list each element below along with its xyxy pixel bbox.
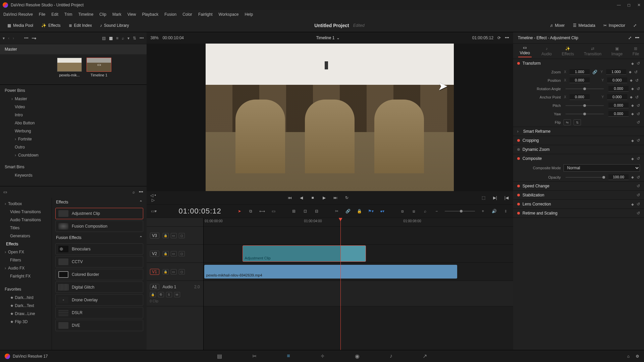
bin-outro[interactable]: Outro [0,143,147,151]
menu-help[interactable]: Help [245,12,253,17]
reset-icon[interactable]: ↺ [635,95,639,100]
fav-2[interactable]: ★ Dark...Text [0,302,52,310]
view-metadata-icon[interactable]: ▤ [102,36,106,41]
keyframe-icon[interactable]: ◆ [631,104,634,107]
view-list-icon[interactable]: ≡ [116,36,118,41]
thumb-timeline[interactable]: ▭ Timeline 1 [87,58,111,82]
nav-back-icon[interactable]: ‹ [8,36,9,41]
anchor-x-input[interactable] [570,94,590,100]
nav-fwd-icon[interactable]: › [13,36,14,41]
expand-icon[interactable]: ⤢ [628,36,632,40]
fx-effects[interactable]: Effects [0,240,52,248]
smart-bin-keywords[interactable]: Keywords [0,171,147,179]
tab-audio[interactable]: ♪Audio [541,46,552,56]
page-deliver-icon[interactable]: ↗ [423,353,427,359]
clip-adjustment[interactable]: Adjustment Clip [243,245,366,262]
lock-icon[interactable]: 🔒 [163,269,169,275]
rotation-slider[interactable] [566,88,604,89]
blade-icon[interactable]: ✂ [333,209,340,214]
openfx-node[interactable]: Open FX [0,248,52,256]
menu-color[interactable]: Color [182,12,192,17]
inspector-toggle[interactable]: ✂ Inspector [600,22,629,29]
menu-playback[interactable]: Playback [142,12,158,17]
next-edit-icon[interactable]: ▶| [492,195,498,200]
fx-binoculars[interactable]: Binoculars [55,243,143,255]
bin-video[interactable]: Video [0,103,147,111]
timeline-ruler[interactable]: 01:00:00:00 01:00:04:00 01:00:08:00 [204,218,513,227]
last-frame-icon[interactable]: ⏭ [332,195,339,200]
timeline[interactable]: V3🔒▭◻ V2🔒▭◻ V1🔒▭◻ A1Audio 12.0 🔒⦿SM 0 Cl… [147,218,513,350]
expand-icon[interactable]: ⤢ [630,22,640,29]
metadata-toggle[interactable]: ☰ Metadata [570,22,599,29]
lock-icon[interactable]: 🔒 [163,233,169,238]
zoom-slider[interactable] [445,211,475,212]
view-thumb-icon[interactable]: ▦ [109,36,113,41]
flip-v-button[interactable]: ⇅ [574,119,581,125]
effects-toggle[interactable]: ✨ Effects [38,22,64,29]
menu-view[interactable]: View [127,12,136,17]
page-media-icon[interactable]: ▤ [217,353,222,359]
toolbox-node[interactable]: Toolbox [0,200,52,208]
smart-reframe-header[interactable]: Smart Reframe [523,129,550,134]
menu-mark[interactable]: Mark [112,12,121,17]
prev-edit-icon[interactable]: |◀ [503,195,510,200]
keyframe-icon[interactable]: ◆ [631,112,634,116]
keyframe-icon[interactable]: ◆ [631,62,634,65]
close-icon[interactable]: ✕ [637,3,641,7]
home-icon[interactable]: ⌂ [627,354,630,359]
insert-icon[interactable]: ⊞ [290,209,297,214]
stop-icon[interactable]: ■ [309,195,316,200]
more-icon[interactable]: ••• [140,36,144,41]
menu-davinci[interactable]: DaVinci Resolve [3,12,33,17]
mixer-icon[interactable]: ⫴ [502,209,509,214]
playhead[interactable] [340,218,341,350]
arm-icon[interactable]: ⦿ [158,292,164,297]
zoom-in-icon[interactable]: + [480,209,486,214]
match-frame-icon[interactable]: ⬚ [480,195,487,200]
pos-x-input[interactable] [570,77,590,83]
bypass-icon[interactable]: ⟳ [497,36,501,40]
timeline-view-icon[interactable]: ▭▾ [151,209,157,214]
transform-header[interactable]: Transform [523,61,541,66]
viewer[interactable]: ➤ [147,44,513,191]
bin-abo[interactable]: Abo Button [0,119,147,127]
tab-video[interactable]: ▭Video [518,45,532,57]
favorites-header[interactable]: Favorites [0,285,52,294]
mute-icon[interactable]: M [174,292,180,297]
fx-drone-overlay[interactable]: Drone Overlay [55,294,143,306]
viewer-zoom[interactable]: 38% [151,36,159,40]
bin-fortnite[interactable]: Fortnite [0,135,147,143]
tab-file[interactable]: ⊞File [633,46,639,56]
tab-image[interactable]: ▣Image [611,46,623,56]
fx-fairlight[interactable]: Fairlight FX [0,272,52,280]
reset-icon[interactable]: ↺ [637,86,640,91]
slider-icon[interactable]: ━● [32,36,37,41]
timeline-name[interactable]: Timeline 1 [316,36,334,40]
more-icon[interactable]: ••• [635,36,639,40]
auto-select-icon[interactable]: ▭ [171,269,177,275]
fx-colored-border[interactable]: Colored Border [55,269,143,280]
menu-file[interactable]: File [39,12,45,17]
reset-icon[interactable]: ↺ [635,78,639,83]
track-a1-lane[interactable] [204,281,513,306]
fx-item-adjustment[interactable]: Adjustment Clip [55,208,143,219]
search-icon[interactable]: ⌕ [132,190,135,194]
bin-intro[interactable]: Intro [0,111,147,119]
track-v2-label[interactable]: V2 [150,251,159,257]
lock-icon[interactable]: 🔒 [150,292,156,297]
mixer-toggle[interactable]: ♬ Mixer [546,22,568,29]
yaw-slider[interactable] [566,114,604,114]
menu-trim[interactable]: Trim [64,12,72,17]
power-bin-master[interactable]: Master [0,95,147,103]
marker-icon[interactable]: ●▾ [379,209,386,214]
page-fusion-icon[interactable]: ✧ [320,353,325,359]
opacity-input[interactable] [608,174,629,180]
thumb-clip[interactable]: pexels-mik... [57,58,82,82]
power-bins-header[interactable]: Power Bins [0,86,147,95]
dynamic-zoom-header[interactable]: Dynamic Zoom [523,147,550,152]
lock-icon[interactable]: 🔒 [163,251,169,256]
track-v3-lane[interactable] [204,227,513,245]
reset-icon[interactable]: ↺ [637,120,640,125]
clip-video[interactable]: pexels-mikhail-nilov-6942639.mp4 [204,265,457,279]
keyframe-icon[interactable]: ◆ [630,95,633,99]
